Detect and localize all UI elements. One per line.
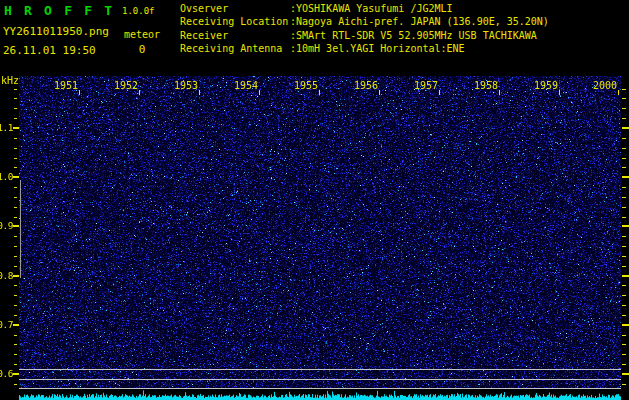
freq-tick-major-right: [622, 373, 629, 375]
time-label: 2000: [590, 80, 620, 91]
station-row: Receiving Location:Nagoya Aichi-pref. JA…: [180, 15, 628, 28]
freq-tick-minor-right: [622, 118, 626, 119]
freq-tick-minor-left: [14, 207, 17, 208]
freq-tick-minor-left: [14, 344, 17, 345]
marker-line-middle: [19, 379, 621, 380]
freq-tick-minor-right: [622, 236, 626, 237]
freq-tick-major-right: [622, 127, 629, 129]
meteor-count: 0: [120, 43, 164, 56]
time-tick-mark: [618, 90, 619, 95]
freq-tick-minor-right: [622, 187, 626, 188]
freq-tick-minor-left: [14, 197, 17, 198]
time-tick-mark: [439, 90, 440, 95]
app-version: 1.0.0f: [122, 6, 155, 16]
freq-tick-minor-left: [14, 384, 17, 385]
station-row-value: :SMArt RTL-SDR V5 52.905MHz USB TACHIKAW…: [290, 30, 537, 41]
freq-tick-minor-left: [14, 167, 17, 168]
time-tick-mark: [559, 90, 560, 95]
output-filename: YY2611011950.png: [3, 25, 109, 38]
freq-tick-minor-left: [14, 266, 17, 267]
freq-tick-minor-right: [622, 344, 626, 345]
time-tick-mark: [79, 90, 80, 95]
freq-tick-major-left: [13, 225, 19, 227]
freq-tick-minor-right: [622, 197, 626, 198]
time-tick-mark: [379, 90, 380, 95]
marker-line-upper: [19, 369, 621, 370]
capture-datetime: 26.11.01 19:50: [3, 44, 96, 57]
freq-tick-minor-right: [622, 354, 626, 355]
freq-tick-minor-left: [14, 89, 17, 90]
freq-tick-minor-left: [14, 285, 17, 286]
freq-tick-major-left: [13, 176, 19, 178]
app-title: H R O F F T: [4, 3, 114, 18]
freq-tick-minor-right: [622, 315, 626, 316]
time-label: 1956: [351, 80, 381, 91]
time-label: 1951: [51, 80, 81, 91]
freq-tick-minor-left: [14, 118, 17, 119]
station-row-value: :YOSHIKAWA Yasufumi /JG2MLI: [290, 3, 453, 14]
marker-line-lower: [19, 388, 621, 389]
freq-tick-minor-right: [622, 158, 626, 159]
freq-tick-minor-left: [14, 108, 17, 109]
left-edge-scale-line: [20, 180, 21, 278]
time-label: 1954: [231, 80, 261, 91]
time-label: 1958: [471, 80, 501, 91]
freq-label: 0.8: [0, 270, 13, 281]
freq-label: 0.6: [0, 368, 13, 379]
time-label: 1959: [531, 80, 561, 91]
freq-tick-minor-right: [622, 295, 626, 296]
freq-tick-minor-left: [14, 138, 17, 139]
freq-tick-major-left: [13, 127, 19, 129]
freq-tick-major-right: [622, 176, 629, 178]
freq-tick-minor-left: [14, 315, 17, 316]
freq-tick-minor-left: [14, 187, 17, 188]
freq-label: 1.1: [0, 122, 13, 133]
freq-tick-minor-left: [14, 236, 17, 237]
freq-tick-minor-left: [14, 364, 17, 365]
freq-tick-minor-right: [622, 305, 626, 306]
time-tick-mark: [319, 90, 320, 95]
station-row-value: :Nagoya Aichi-pref. JAPAN (136.90E, 35.2…: [290, 16, 549, 27]
freq-tick-minor-right: [622, 384, 626, 385]
freq-tick-minor-right: [622, 167, 626, 168]
station-row-value: :10mH 3el.YAGI Horizontal:ENE: [290, 43, 465, 54]
freq-tick-major-left: [13, 324, 19, 326]
freq-tick-minor-right: [622, 335, 626, 336]
time-tick-mark: [139, 90, 140, 95]
freq-tick-minor-left: [14, 158, 17, 159]
mode-label: meteor: [120, 29, 164, 40]
freq-tick-major-left: [13, 275, 19, 277]
time-label: 1952: [111, 80, 141, 91]
freq-label: 0.7: [0, 319, 13, 330]
freq-tick-major-left: [13, 373, 19, 375]
freq-label: 1.0: [0, 171, 13, 182]
station-row-label: Receiving Antenna: [180, 42, 290, 55]
time-tick-mark: [199, 90, 200, 95]
time-label: 1957: [411, 80, 441, 91]
time-tick-mark: [499, 90, 500, 95]
freq-tick-minor-right: [622, 285, 626, 286]
station-info: Ovserver:YOSHIKAWA Yasufumi /JG2MLIRecei…: [180, 2, 628, 56]
freq-tick-minor-left: [14, 295, 17, 296]
freq-tick-minor-right: [622, 207, 626, 208]
station-row: Receiving Antenna:10mH 3el.YAGI Horizont…: [180, 42, 628, 55]
freq-tick-minor-right: [622, 246, 626, 247]
freq-tick-minor-right: [622, 217, 626, 218]
station-row: Receiver:SMArt RTL-SDR V5 52.905MHz USB …: [180, 29, 628, 42]
station-row: Ovserver:YOSHIKAWA Yasufumi /JG2MLI: [180, 2, 628, 15]
freq-tick-major-right: [622, 225, 629, 227]
freq-tick-minor-left: [14, 335, 17, 336]
freq-tick-minor-left: [14, 354, 17, 355]
freq-label: 0.9: [0, 220, 13, 231]
freq-tick-minor-right: [622, 256, 626, 257]
freq-tick-minor-right: [622, 89, 626, 90]
freq-tick-minor-right: [622, 138, 626, 139]
freq-tick-minor-left: [14, 305, 17, 306]
freq-tick-minor-left: [14, 217, 17, 218]
hrofft-window: H R O F F T 1.0.0f YY2611011950.png mete…: [0, 0, 629, 400]
freq-tick-minor-left: [14, 246, 17, 247]
time-label: 1953: [171, 80, 201, 91]
freq-tick-major-right: [622, 324, 629, 326]
station-row-label: Receiving Location: [180, 15, 290, 28]
freq-tick-minor-right: [622, 108, 626, 109]
